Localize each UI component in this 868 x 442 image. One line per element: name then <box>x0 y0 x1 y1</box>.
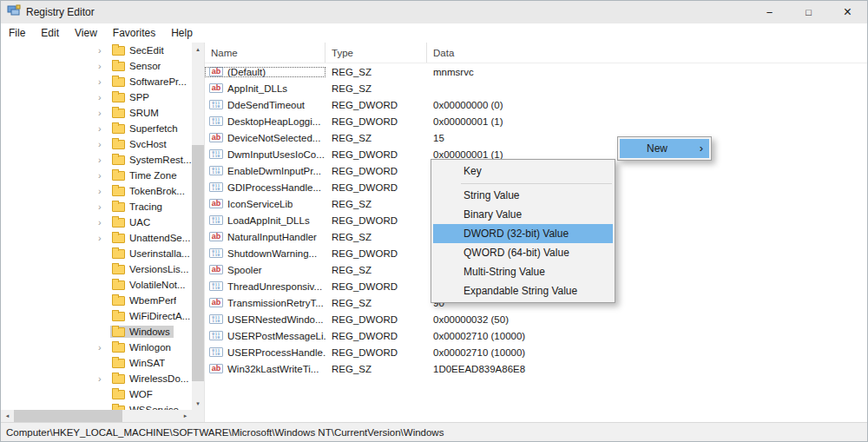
tree-vertical-scrollbar[interactable]: ▴ ▾ <box>192 43 204 410</box>
value-name-cell: 011110EnableDwmInputPr... <box>205 166 326 176</box>
tree-item-wbemperf[interactable]: WbemPerf <box>1 293 192 308</box>
minimize-button[interactable]: − <box>750 1 789 23</box>
table-row[interactable]: abDeviceNotSelected...REG_SZ15 <box>205 129 867 146</box>
tree-item-spp[interactable]: ›SPP <box>1 89 192 105</box>
tree-vscroll-thumb[interactable] <box>192 145 204 381</box>
tree-item-volatilenot[interactable]: VolatileNot... <box>1 277 192 293</box>
folder-icon <box>112 296 125 306</box>
maximize-button[interactable]: □ <box>789 1 828 23</box>
table-row[interactable]: 011110DdeSendTimeoutREG_DWORD0x00000000 … <box>205 96 867 113</box>
value-name: DwmInputUsesIoCo... <box>227 149 325 160</box>
column-header-type[interactable]: Type <box>326 43 427 63</box>
table-row[interactable]: ab(Default)REG_SZmnmsrvc <box>205 63 867 80</box>
tree-item-uac[interactable]: ›UAC <box>1 214 192 230</box>
tree-item-srum[interactable]: ›SRUM <box>1 105 192 121</box>
column-header-data[interactable]: Data <box>427 43 867 63</box>
tree-item-versionslis[interactable]: VersionsLis... <box>1 261 192 277</box>
value-type: REG_SZ <box>326 83 427 94</box>
menu-item-key[interactable]: Key <box>433 162 613 181</box>
close-button[interactable]: × <box>828 1 867 23</box>
tree-item-windows[interactable]: Windows <box>1 324 192 340</box>
value-type: REG_DWORD <box>326 215 427 226</box>
tree-item-superfetch[interactable]: ›Superfetch <box>1 121 192 136</box>
menu-file[interactable]: File <box>1 24 33 43</box>
tree-item-systemrest[interactable]: ›SystemRest... <box>1 152 192 168</box>
tree-item-svchost[interactable]: ›SvcHost <box>1 136 192 152</box>
menu-item-dword-32-bit-value[interactable]: DWORD (32-bit) Value <box>433 224 613 243</box>
table-row[interactable]: 011110USERPostMessageLi...REG_DWORD0x000… <box>205 327 867 344</box>
chevron-right-icon[interactable]: › <box>98 89 110 105</box>
table-row[interactable]: 011110USERNestedWindo...REG_DWORD0x00000… <box>205 311 867 327</box>
chevron-right-icon[interactable]: › <box>98 58 110 74</box>
chevron-right-icon[interactable]: › <box>98 43 110 58</box>
chevron-right-icon[interactable]: › <box>98 371 110 386</box>
tree-item-sensor[interactable]: ›Sensor <box>1 58 192 74</box>
menu-edit[interactable]: Edit <box>33 24 67 43</box>
tree-item-label: VolatileNot... <box>129 280 186 290</box>
chevron-right-icon[interactable]: › <box>98 214 110 230</box>
close-icon: × <box>844 4 852 20</box>
value-name: DdeSendTimeout <box>227 100 305 110</box>
tree-item-wsservice[interactable]: WSService <box>1 402 192 410</box>
chevron-right-icon[interactable]: › <box>98 168 110 183</box>
chevron-right-icon[interactable]: › <box>98 136 110 152</box>
scroll-left-icon[interactable]: ◂ <box>1 410 14 422</box>
value-name-cell: 011110DdeSendTimeout <box>205 100 326 110</box>
chevron-right-icon[interactable]: › <box>98 121 110 136</box>
value-name-cell: abIconServiceLib <box>205 199 326 209</box>
table-row[interactable]: 011110USERProcessHandle...REG_DWORD0x000… <box>205 344 867 360</box>
tree-item-winsat[interactable]: WinSAT <box>1 355 192 371</box>
tree-item-secedit[interactable]: ›SecEdit <box>1 43 192 58</box>
tree-hscroll-thumb[interactable] <box>14 410 122 422</box>
chevron-right-icon[interactable]: › <box>98 230 110 246</box>
tree-item-wof[interactable]: WOF <box>1 386 192 402</box>
menu-item-expandable-string-value[interactable]: Expandable String Value <box>433 281 613 300</box>
folder-icon <box>112 218 125 228</box>
scroll-down-icon[interactable]: ▾ <box>192 397 204 410</box>
menu-help[interactable]: Help <box>163 24 201 43</box>
tree-item-wifidirecta[interactable]: WiFiDirectA... <box>1 308 192 324</box>
tree-item-userinstalla[interactable]: Userinstalla... <box>1 246 192 261</box>
menu-item-qword-64-bit-value[interactable]: QWORD (64-bit) Value <box>433 243 613 262</box>
chevron-right-icon[interactable]: › <box>98 340 110 355</box>
tree-item-time-zone[interactable]: ›Time Zone <box>1 168 192 183</box>
tree-item-label: UnattendSe... <box>129 233 190 243</box>
tree-item-tracing[interactable]: ›Tracing <box>1 199 192 214</box>
chevron-right-icon[interactable]: › <box>98 105 110 121</box>
scroll-up-icon[interactable]: ▴ <box>192 43 204 56</box>
value-name: EnableDwmInputPr... <box>227 166 321 176</box>
value-type: REG_SZ <box>326 298 427 308</box>
menu-item-label: DWORD (32-bit) Value <box>464 228 569 240</box>
menu-item-multi-string-value[interactable]: Multi-String Value <box>433 262 613 281</box>
tree-item-tokenbrok[interactable]: ›TokenBrok... <box>1 183 192 199</box>
menu-item-new[interactable]: New › <box>620 139 709 158</box>
menu-item-binary-value[interactable]: Binary Value <box>433 205 613 224</box>
scroll-right-icon[interactable]: ▸ <box>179 410 192 422</box>
tree-item-label: Superfetch <box>129 123 178 134</box>
folder-icon <box>112 93 125 102</box>
table-row[interactable]: abAppInit_DLLsREG_SZ <box>205 80 867 96</box>
tree-item-winlogon[interactable]: ›Winlogon <box>1 340 192 355</box>
registry-editor-window: Registry Editor − □ × FileEditViewFavori… <box>0 0 868 442</box>
menu-favorites[interactable]: Favorites <box>105 24 163 43</box>
status-path: Computer\HKEY_LOCAL_MACHINE\SOFTWARE\Mic… <box>6 427 444 438</box>
tree-item-softwarepr[interactable]: ›SoftwarePr... <box>1 74 192 89</box>
menu-item-string-value[interactable]: String Value <box>433 186 613 205</box>
value-type: REG_SZ <box>326 67 427 77</box>
table-row[interactable]: abWin32kLastWriteTi...REG_SZ1D0EEAD839A8… <box>205 360 867 377</box>
string-value-icon: ab <box>209 232 223 241</box>
folder-icon <box>112 359 125 368</box>
column-header-name[interactable]: Name <box>205 43 326 63</box>
chevron-right-icon[interactable]: › <box>98 152 110 168</box>
chevron-right-icon[interactable]: › <box>98 199 110 214</box>
tree-item-unattendse[interactable]: ›UnattendSe... <box>1 230 192 246</box>
tree-horizontal-scrollbar[interactable]: ◂ ▸ <box>1 410 192 422</box>
tree-item-wirelessdo[interactable]: ›WirelessDo... <box>1 371 192 386</box>
chevron-right-icon[interactable]: › <box>98 74 110 89</box>
menu-view[interactable]: View <box>67 24 105 43</box>
chevron-right-icon[interactable]: › <box>98 183 110 199</box>
value-name: ShutdownWarning... <box>227 248 317 259</box>
window-title: Registry Editor <box>26 6 95 18</box>
value-name-cell: 011110USERPostMessageLi... <box>205 331 326 341</box>
table-row[interactable]: 011110DesktopHeapLoggi...REG_DWORD0x0000… <box>205 113 867 129</box>
